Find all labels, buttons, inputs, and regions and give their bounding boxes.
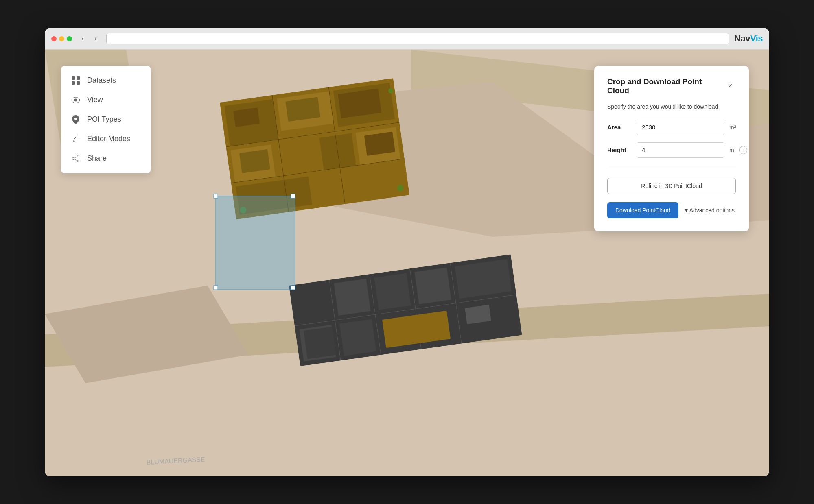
svg-rect-11 <box>275 138 320 176</box>
panel-close-button[interactable]: × <box>724 81 736 92</box>
svg-point-56 <box>77 160 79 162</box>
refine-button[interactable]: Refine in 3D PointCloud <box>607 178 736 194</box>
svg-rect-51 <box>72 81 75 85</box>
svg-rect-36 <box>414 267 451 304</box>
poi-types-icon <box>71 115 81 124</box>
traffic-light-yellow[interactable] <box>59 36 64 41</box>
browser-chrome: ‹ › NavVis <box>45 28 769 50</box>
editor-modes-icon <box>71 134 81 144</box>
svg-point-55 <box>77 155 79 157</box>
area-label: Area <box>607 124 632 131</box>
logo-vis-part: Vis <box>750 33 763 44</box>
panel-subtitle: Specify the area you would like to downl… <box>607 103 736 110</box>
height-label: Height <box>607 146 632 153</box>
svg-point-57 <box>72 157 74 159</box>
crop-download-panel: Crop and Download Point Cloud × Specify … <box>594 66 749 231</box>
svg-rect-46 <box>214 286 218 290</box>
sidebar: Datasets View POI Types <box>61 66 151 173</box>
advanced-options-label: Advanced options <box>689 207 735 214</box>
share-icon <box>71 154 81 164</box>
svg-rect-44 <box>214 194 218 198</box>
view-label: View <box>87 96 103 104</box>
svg-rect-43 <box>216 196 295 290</box>
svg-rect-24 <box>364 131 395 155</box>
nav-buttons: ‹ › <box>77 33 101 44</box>
area-input[interactable] <box>637 120 724 135</box>
panel-actions: Download PointCloud ▾ Advanced options <box>607 202 736 218</box>
advanced-options-link[interactable]: ▾ Advanced options <box>685 207 735 214</box>
svg-rect-34 <box>334 279 370 315</box>
browser-window: ‹ › NavVis <box>45 28 769 476</box>
datasets-label: Datasets <box>87 76 116 85</box>
sidebar-item-share[interactable]: Share <box>61 149 151 168</box>
traffic-light-red[interactable] <box>51 36 57 41</box>
editor-modes-label: Editor Modes <box>87 135 130 143</box>
sidebar-item-view[interactable]: View <box>61 90 151 110</box>
sidebar-item-datasets[interactable]: Datasets <box>61 71 151 90</box>
download-button[interactable]: Download PointCloud <box>607 202 678 218</box>
advanced-options-chevron: ▾ <box>685 207 688 214</box>
browser-content: BLUMAUERGASSE Datasets <box>45 50 769 476</box>
svg-rect-20 <box>233 107 260 127</box>
view-icon <box>71 95 81 105</box>
area-field-row: Area m² <box>607 120 736 135</box>
traffic-light-green[interactable] <box>67 36 72 41</box>
navvis-logo: NavVis <box>734 33 763 44</box>
traffic-lights <box>51 36 72 41</box>
svg-rect-39 <box>339 319 376 356</box>
panel-header: Crop and Download Point Cloud × <box>607 77 736 95</box>
sidebar-item-poi-types[interactable]: POI Types <box>61 110 151 129</box>
svg-rect-49 <box>72 76 75 80</box>
sidebar-item-editor-modes[interactable]: Editor Modes <box>61 129 151 149</box>
panel-title: Crop and Download Point Cloud <box>607 77 724 95</box>
svg-rect-50 <box>77 76 80 80</box>
svg-rect-52 <box>77 81 80 85</box>
height-unit: m <box>729 147 734 153</box>
svg-rect-47 <box>291 286 295 290</box>
address-bar[interactable] <box>106 33 729 44</box>
height-input[interactable] <box>637 142 724 158</box>
svg-rect-42 <box>304 327 336 359</box>
svg-rect-45 <box>291 194 295 198</box>
share-label: Share <box>87 154 107 163</box>
datasets-icon <box>71 76 81 85</box>
logo-nav-part: Nav <box>734 33 750 44</box>
svg-point-54 <box>74 98 77 101</box>
poi-types-label: POI Types <box>87 115 121 124</box>
panel-divider <box>607 168 736 168</box>
svg-line-58 <box>74 159 77 161</box>
forward-button[interactable]: › <box>90 33 101 44</box>
height-field-row: Height m i <box>607 142 736 158</box>
area-unit: m² <box>729 124 736 131</box>
back-button[interactable]: ‹ <box>77 33 88 44</box>
height-info-icon[interactable]: i <box>739 146 747 154</box>
svg-rect-35 <box>374 273 411 310</box>
svg-line-59 <box>74 157 77 158</box>
svg-rect-41 <box>465 305 491 324</box>
svg-rect-23 <box>239 149 270 173</box>
